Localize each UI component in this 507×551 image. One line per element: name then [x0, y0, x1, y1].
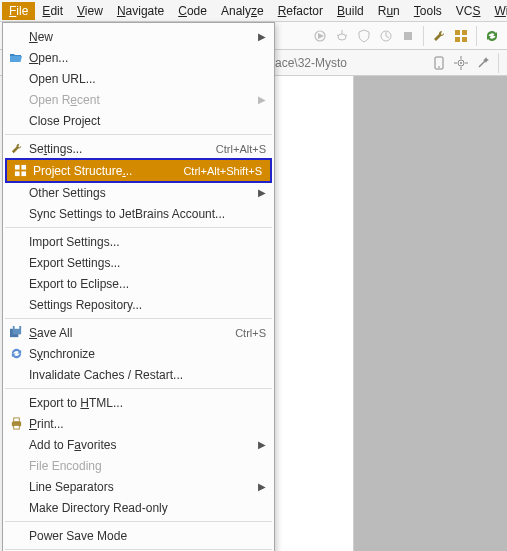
menu-make-readonly[interactable]: Make Directory Read-only [3, 497, 274, 518]
menu-power-save[interactable]: Power Save Mode [3, 525, 274, 546]
profile-icon[interactable] [377, 27, 395, 45]
menubar-build[interactable]: Build [330, 2, 371, 20]
menu-open-recent: Open Recent ▶ [3, 89, 274, 110]
blank-icon [7, 436, 25, 454]
sync-icon [7, 345, 25, 363]
svg-line-7 [386, 36, 389, 38]
svg-rect-28 [14, 326, 19, 329]
focus-icon[interactable] [452, 54, 470, 72]
blank-icon [7, 478, 25, 496]
menubar-navigate[interactable]: Navigate [110, 2, 171, 20]
menu-export-html[interactable]: Export to HTML... [3, 392, 274, 413]
svg-rect-30 [13, 418, 19, 422]
separator-icon [498, 53, 499, 73]
svg-rect-25 [21, 171, 26, 176]
shortcut-label: Ctrl+Alt+S [206, 143, 266, 155]
svg-rect-23 [21, 165, 26, 170]
blank-icon [7, 275, 25, 293]
submenu-arrow-icon: ▶ [248, 94, 266, 105]
menu-export-eclipse[interactable]: Export to Eclipse... [3, 273, 274, 294]
menu-add-favorites[interactable]: Add to Favorites ▶ [3, 434, 274, 455]
menubar-code[interactable]: Code [171, 2, 214, 20]
run-icon[interactable] [311, 27, 329, 45]
menu-save-all[interactable]: Save All Ctrl+S [3, 322, 274, 343]
svg-point-16 [460, 62, 462, 64]
menubar-analyze[interactable]: Analyze [214, 2, 271, 20]
svg-point-1 [338, 34, 346, 40]
svg-rect-11 [455, 37, 460, 42]
breadcrumb-fragment: ace\32-Mysto [275, 50, 347, 75]
debug-icon[interactable] [333, 27, 351, 45]
menubar-run[interactable]: Run [371, 2, 407, 20]
blank-icon [7, 70, 25, 88]
menu-project-structure[interactable]: Project Structure... Ctrl+Alt+Shift+S [7, 160, 270, 181]
separator-icon [476, 26, 477, 46]
menubar-view[interactable]: View [70, 2, 110, 20]
blank-icon [7, 457, 25, 475]
svg-rect-31 [13, 425, 19, 429]
menu-file-encoding: File Encoding [3, 455, 274, 476]
menubar-window[interactable]: Wi [487, 2, 507, 20]
menu-settings-repository[interactable]: Settings Repository... [3, 294, 274, 315]
save-all-icon [7, 324, 25, 342]
menu-print[interactable]: Print... [3, 413, 274, 434]
separator-icon [5, 134, 272, 135]
blank-icon [7, 91, 25, 109]
menubar-edit[interactable]: Edit [35, 2, 70, 20]
file-menu-dropdown: New ▶ Open... Open URL... Open Recent ▶ … [2, 22, 275, 551]
blank-icon [7, 527, 25, 545]
blank-icon [7, 394, 25, 412]
menu-line-separators[interactable]: Line Separators ▶ [3, 476, 274, 497]
right-panel [354, 76, 507, 551]
menubar-tools[interactable]: Tools [407, 2, 449, 20]
blank-icon [7, 366, 25, 384]
sync-icon[interactable] [483, 27, 501, 45]
wrench-icon[interactable] [430, 27, 448, 45]
menubar: File Edit View Navigate Code Analyze Ref… [0, 0, 507, 22]
svg-rect-8 [404, 32, 412, 40]
submenu-arrow-icon: ▶ [248, 31, 266, 42]
menu-new[interactable]: New ▶ [3, 26, 274, 47]
menu-invalidate-caches[interactable]: Invalidate Caches / Restart... [3, 364, 274, 385]
svg-rect-12 [462, 37, 467, 42]
project-structure-icon[interactable] [452, 27, 470, 45]
submenu-arrow-icon: ▶ [248, 481, 266, 492]
shortcut-label: Ctrl+S [225, 327, 266, 339]
separator-icon [423, 26, 424, 46]
separator-icon [5, 521, 272, 522]
separator-icon [5, 388, 272, 389]
blank-icon [7, 184, 25, 202]
menubar-refactor[interactable]: Refactor [271, 2, 330, 20]
separator-icon [5, 227, 272, 228]
menubar-file[interactable]: File [2, 2, 35, 20]
menu-other-settings[interactable]: Other Settings ▶ [3, 182, 274, 203]
blank-icon [7, 499, 25, 517]
coverage-icon[interactable] [355, 27, 373, 45]
blank-icon [7, 28, 25, 46]
menubar-vcs[interactable]: VCS [449, 2, 488, 20]
separator-icon [5, 549, 272, 550]
blank-icon [7, 205, 25, 223]
wrench-icon [7, 140, 25, 158]
menu-sync-settings[interactable]: Sync Settings to JetBrains Account... [3, 203, 274, 224]
blank-icon [7, 233, 25, 251]
stop-icon[interactable] [399, 27, 417, 45]
menu-open[interactable]: Open... [3, 47, 274, 68]
project-structure-icon [11, 162, 29, 180]
menu-settings[interactable]: Settings... Ctrl+Alt+S [3, 138, 274, 159]
menu-synchronize[interactable]: Synchronize [3, 343, 274, 364]
wand-icon[interactable] [474, 54, 492, 72]
menu-open-url[interactable]: Open URL... [3, 68, 274, 89]
separator-icon [5, 318, 272, 319]
svg-rect-9 [455, 30, 460, 35]
svg-rect-10 [462, 30, 467, 35]
svg-rect-24 [14, 171, 19, 176]
submenu-arrow-icon: ▶ [248, 187, 266, 198]
blank-icon [7, 254, 25, 272]
menu-import-settings[interactable]: Import Settings... [3, 231, 274, 252]
menu-export-settings[interactable]: Export Settings... [3, 252, 274, 273]
folder-open-icon [7, 49, 25, 67]
device-icon[interactable] [430, 54, 448, 72]
submenu-arrow-icon: ▶ [248, 439, 266, 450]
menu-close-project[interactable]: Close Project [3, 110, 274, 131]
